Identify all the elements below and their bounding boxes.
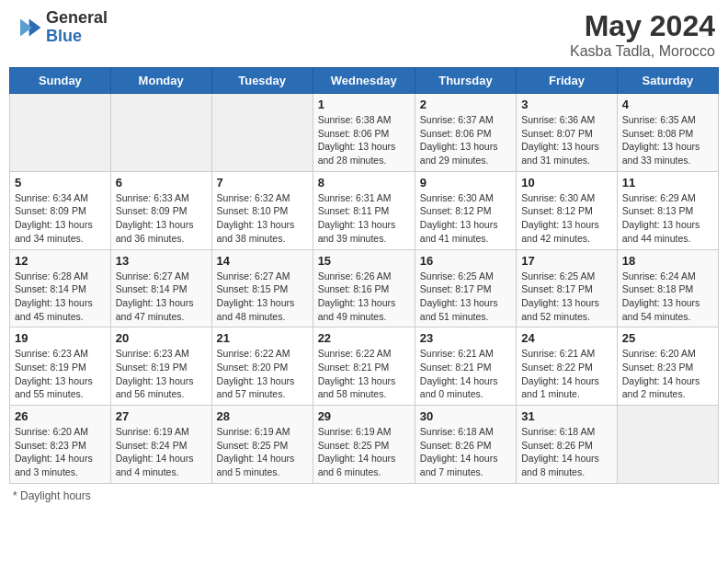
day-header-sunday: Sunday [10,68,111,94]
day-info: Sunrise: 6:38 AM Sunset: 8:06 PM Dayligh… [318,113,410,167]
day-number: 18 [622,254,713,268]
calendar-cell: 1Sunrise: 6:38 AM Sunset: 8:06 PM Daylig… [313,94,415,172]
calendar-cell [617,406,718,484]
calendar-cell: 9Sunrise: 6:30 AM Sunset: 8:12 PM Daylig… [415,171,516,249]
calendar-cell: 21Sunrise: 6:22 AM Sunset: 8:20 PM Dayli… [211,327,313,406]
day-info: Sunrise: 6:25 AM Sunset: 8:17 PM Dayligh… [521,270,612,324]
day-info: Sunrise: 6:27 AM Sunset: 8:15 PM Dayligh… [217,270,308,324]
calendar-cell: 2Sunrise: 6:37 AM Sunset: 8:06 PM Daylig… [415,94,516,172]
day-number: 13 [116,254,207,268]
calendar-cell: 28Sunrise: 6:19 AM Sunset: 8:25 PM Dayli… [211,406,313,484]
day-info: Sunrise: 6:18 AM Sunset: 8:26 PM Dayligh… [521,425,612,479]
calendar-cell [110,94,211,172]
day-info: Sunrise: 6:19 AM Sunset: 8:25 PM Dayligh… [217,425,308,479]
day-info: Sunrise: 6:30 AM Sunset: 8:12 PM Dayligh… [521,191,612,246]
day-info: Sunrise: 6:37 AM Sunset: 8:06 PM Dayligh… [420,113,511,167]
day-info: Sunrise: 6:18 AM Sunset: 8:26 PM Dayligh… [420,425,511,479]
day-number: 19 [15,331,106,345]
calendar-cell: 4Sunrise: 6:35 AM Sunset: 8:08 PM Daylig… [617,94,718,172]
day-info: Sunrise: 6:27 AM Sunset: 8:14 PM Dayligh… [116,270,207,324]
calendar-cell: 16Sunrise: 6:25 AM Sunset: 8:17 PM Dayli… [415,249,516,327]
day-info: Sunrise: 6:23 AM Sunset: 8:19 PM Dayligh… [15,347,106,401]
day-number: 17 [521,254,612,268]
day-number: 26 [15,409,106,423]
calendar-cell: 7Sunrise: 6:32 AM Sunset: 8:10 PM Daylig… [211,171,313,249]
day-number: 15 [318,254,410,268]
calendar-cell [211,94,313,172]
calendar-cell: 23Sunrise: 6:21 AM Sunset: 8:21 PM Dayli… [415,327,516,406]
day-number: 11 [622,176,713,190]
day-number: 3 [521,98,612,111]
day-number: 22 [318,331,410,345]
calendar-cell [10,94,111,172]
calendar-cell: 8Sunrise: 6:31 AM Sunset: 8:11 PM Daylig… [313,171,415,249]
calendar-cell: 6Sunrise: 6:33 AM Sunset: 8:09 PM Daylig… [110,171,211,249]
calendar-cell: 10Sunrise: 6:30 AM Sunset: 8:12 PM Dayli… [517,171,618,249]
calendar-cell: 17Sunrise: 6:25 AM Sunset: 8:17 PM Dayli… [517,249,618,327]
day-info: Sunrise: 6:19 AM Sunset: 8:25 PM Dayligh… [318,425,410,479]
day-number: 29 [318,409,410,423]
day-number: 6 [116,176,207,190]
day-info: Sunrise: 6:19 AM Sunset: 8:24 PM Dayligh… [116,425,207,479]
daylight-hours-label: Daylight hours [20,489,91,502]
day-info: Sunrise: 6:30 AM Sunset: 8:12 PM Dayligh… [420,191,511,246]
day-header-tuesday: Tuesday [211,68,313,94]
day-header-saturday: Saturday [617,68,718,94]
day-number: 2 [420,98,511,111]
footer-note: * Daylight hours [9,489,719,502]
day-number: 7 [217,176,308,190]
day-info: Sunrise: 6:29 AM Sunset: 8:13 PM Dayligh… [622,191,713,246]
logo-text: General Blue [46,9,108,46]
day-header-monday: Monday [110,68,211,94]
day-info: Sunrise: 6:33 AM Sunset: 8:09 PM Dayligh… [116,191,207,246]
calendar-cell: 26Sunrise: 6:20 AM Sunset: 8:23 PM Dayli… [10,406,111,484]
calendar-cell: 12Sunrise: 6:28 AM Sunset: 8:14 PM Dayli… [10,249,111,327]
calendar-week-3: 12Sunrise: 6:28 AM Sunset: 8:14 PM Dayli… [10,249,719,327]
day-number: 25 [622,331,713,345]
day-info: Sunrise: 6:25 AM Sunset: 8:17 PM Dayligh… [420,270,511,324]
day-number: 14 [217,254,308,268]
calendar-table: SundayMondayTuesdayWednesdayThursdayFrid… [9,67,719,484]
day-number: 16 [420,254,511,268]
calendar-cell: 14Sunrise: 6:27 AM Sunset: 8:15 PM Dayli… [211,249,313,327]
calendar-cell: 13Sunrise: 6:27 AM Sunset: 8:14 PM Dayli… [110,249,211,327]
day-number: 20 [116,331,207,345]
day-info: Sunrise: 6:35 AM Sunset: 8:08 PM Dayligh… [622,113,713,167]
calendar-cell: 31Sunrise: 6:18 AM Sunset: 8:26 PM Dayli… [517,406,618,484]
logo: General Blue [13,9,108,46]
day-info: Sunrise: 6:20 AM Sunset: 8:23 PM Dayligh… [15,425,106,479]
calendar-header-row: SundayMondayTuesdayWednesdayThursdayFrid… [10,68,719,94]
logo-general: General [46,8,108,27]
calendar-week-5: 26Sunrise: 6:20 AM Sunset: 8:23 PM Dayli… [10,406,719,484]
logo-blue: Blue [46,27,82,45]
day-info: Sunrise: 6:26 AM Sunset: 8:16 PM Dayligh… [318,270,410,324]
calendar-cell: 5Sunrise: 6:34 AM Sunset: 8:09 PM Daylig… [10,171,111,249]
day-number: 10 [521,176,612,190]
day-number: 5 [15,176,106,190]
calendar-cell: 15Sunrise: 6:26 AM Sunset: 8:16 PM Dayli… [313,249,415,327]
calendar-cell: 20Sunrise: 6:23 AM Sunset: 8:19 PM Dayli… [110,327,211,406]
day-header-wednesday: Wednesday [313,68,415,94]
calendar-cell: 19Sunrise: 6:23 AM Sunset: 8:19 PM Dayli… [10,327,111,406]
day-number: 9 [420,176,511,190]
day-number: 23 [420,331,511,345]
calendar-cell: 22Sunrise: 6:22 AM Sunset: 8:21 PM Dayli… [313,327,415,406]
day-info: Sunrise: 6:31 AM Sunset: 8:11 PM Dayligh… [318,191,410,246]
day-number: 24 [521,331,612,345]
day-number: 28 [217,409,308,423]
calendar-cell: 3Sunrise: 6:36 AM Sunset: 8:07 PM Daylig… [517,94,618,172]
day-info: Sunrise: 6:24 AM Sunset: 8:18 PM Dayligh… [622,270,713,324]
calendar-cell: 27Sunrise: 6:19 AM Sunset: 8:24 PM Dayli… [110,406,211,484]
day-number: 12 [15,254,106,268]
day-header-thursday: Thursday [415,68,516,94]
calendar-cell: 30Sunrise: 6:18 AM Sunset: 8:26 PM Dayli… [415,406,516,484]
day-info: Sunrise: 6:22 AM Sunset: 8:20 PM Dayligh… [217,347,308,401]
day-info: Sunrise: 6:21 AM Sunset: 8:21 PM Dayligh… [420,347,511,401]
month-title: May 2024 [570,9,715,43]
location-title: Kasba Tadla, Morocco [570,43,715,60]
calendar-week-2: 5Sunrise: 6:34 AM Sunset: 8:09 PM Daylig… [10,171,719,249]
day-number: 1 [318,98,410,111]
day-info: Sunrise: 6:34 AM Sunset: 8:09 PM Dayligh… [15,191,106,246]
day-info: Sunrise: 6:36 AM Sunset: 8:07 PM Dayligh… [521,113,612,167]
day-info: Sunrise: 6:28 AM Sunset: 8:14 PM Dayligh… [15,270,106,324]
